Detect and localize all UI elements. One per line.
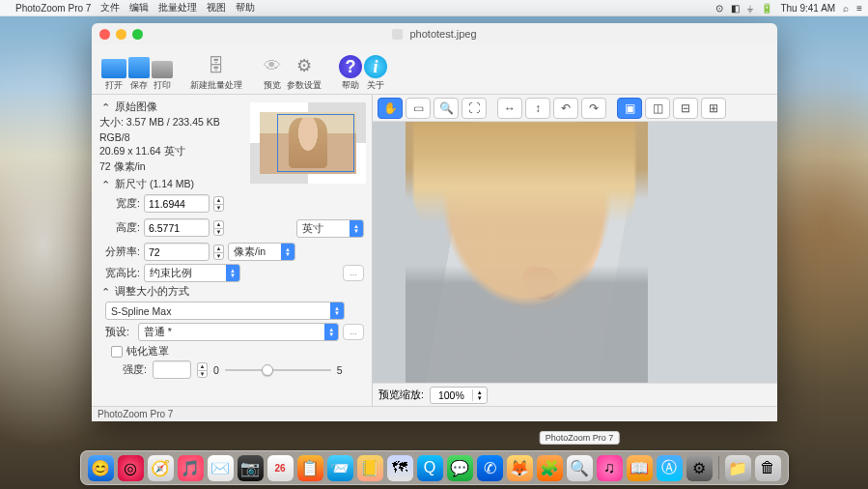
- height-input[interactable]: [144, 218, 210, 237]
- status-icon[interactable]: ◧: [731, 3, 740, 14]
- clock[interactable]: Thu 9:41 AM: [780, 3, 835, 14]
- menu-help[interactable]: 帮助: [236, 1, 255, 14]
- original-image-heading: 原始图像: [115, 101, 157, 114]
- preview-canvas[interactable]: [373, 122, 777, 383]
- dock-app[interactable]: 📋: [297, 455, 323, 481]
- resolution-stepper[interactable]: ▲▼: [213, 244, 224, 260]
- zoom-label: 预览缩放:: [378, 388, 424, 402]
- about-button[interactable]: i 关于: [364, 48, 387, 92]
- flip-vertical[interactable]: ↕: [525, 98, 550, 119]
- batch-icon: 🗄: [204, 53, 229, 78]
- preset-options-button[interactable]: ...: [343, 324, 364, 340]
- dock-photozoom[interactable]: 🔍 PhotoZoom Pro 7: [567, 455, 593, 481]
- settings-button[interactable]: ⚙ 参数设置: [287, 48, 322, 92]
- spotlight-icon[interactable]: ⌕: [843, 3, 849, 14]
- dock-app[interactable]: 📨: [327, 455, 353, 481]
- preview-image: [373, 122, 777, 383]
- layout-split-h[interactable]: ◫: [645, 98, 670, 119]
- dock-app[interactable]: 📒: [357, 455, 383, 481]
- window-titlebar[interactable]: phototest.jpeg: [92, 23, 777, 44]
- navigator-viewport[interactable]: [277, 114, 354, 172]
- zoom-select[interactable]: 100% ▲▼: [430, 387, 488, 404]
- size-unit-select[interactable]: 英寸▲▼: [296, 219, 364, 238]
- window-maximize[interactable]: [132, 29, 143, 40]
- batch-button[interactable]: 🗄 新建批量处理: [190, 48, 242, 92]
- rotate-cw[interactable]: ↷: [581, 98, 606, 119]
- resolution-unit-select[interactable]: 像素/in▲▼: [228, 243, 295, 261]
- disclosure-resize[interactable]: ⌃: [99, 286, 111, 298]
- open-button[interactable]: 打开: [101, 48, 126, 92]
- dock-separator: [718, 456, 719, 479]
- status-icon[interactable]: ⊙: [715, 3, 723, 14]
- layout-split-v[interactable]: ⊟: [673, 98, 698, 119]
- disclosure-new-size[interactable]: ⌃: [99, 179, 111, 190]
- window-close[interactable]: [99, 29, 110, 40]
- flip-horizontal[interactable]: ↔: [497, 98, 522, 119]
- thumbnail-navigator[interactable]: [250, 102, 366, 184]
- strength-input[interactable]: [153, 360, 191, 379]
- window-title: phototest.jpeg: [92, 28, 777, 41]
- dock-finder[interactable]: 😊: [88, 455, 114, 481]
- layout-grid[interactable]: ⊞: [701, 98, 726, 119]
- height-stepper[interactable]: ▲▼: [213, 220, 224, 236]
- disclosure-original[interactable]: ⌃: [99, 101, 111, 113]
- app-window: phototest.jpeg 打开 保存 打印 🗄 新建批量处理: [92, 23, 777, 421]
- dock-app[interactable]: Q: [417, 455, 443, 481]
- crop-tool[interactable]: ⛶: [462, 98, 487, 119]
- folder-open-icon: [101, 59, 126, 78]
- resolution-label: 分辨率:: [99, 245, 140, 259]
- aspect-ratio-select[interactable]: 约束比例▲▼: [144, 264, 240, 282]
- print-button[interactable]: 打印: [152, 48, 173, 92]
- dock-app[interactable]: 🎵: [178, 455, 204, 481]
- macos-dock: 😊 ◎ 🧭 🎵 ✉️ 📷 26 📋 📨 📒 🗺 Q 💬 ✆ 🦊 🧩 🔍 Phot…: [80, 450, 789, 485]
- unsharp-mask-checkbox[interactable]: [111, 346, 123, 358]
- dock-ibooks[interactable]: 📖: [627, 455, 653, 481]
- resize-method-select[interactable]: S-Spline Max▲▼: [105, 302, 345, 320]
- zoom-tool[interactable]: 🔍: [434, 98, 459, 119]
- dock-safari[interactable]: 🧭: [148, 455, 174, 481]
- dock-app[interactable]: ✆: [477, 455, 503, 481]
- dock-downloads[interactable]: 📁: [725, 455, 751, 481]
- unsharp-mask-label: 钝化遮罩: [126, 345, 169, 359]
- dock-trash[interactable]: 🗑: [755, 455, 781, 481]
- dock-app[interactable]: ◎: [118, 455, 144, 481]
- layout-single[interactable]: ▣: [617, 98, 642, 119]
- size-options-button[interactable]: ...: [343, 265, 364, 281]
- aspect-ratio-label: 宽高比:: [99, 267, 140, 280]
- help-button[interactable]: ? 帮助: [339, 48, 362, 92]
- window-minimize[interactable]: [116, 29, 126, 40]
- dock-app[interactable]: 🧩: [537, 455, 563, 481]
- width-stepper[interactable]: ▲▼: [213, 196, 224, 212]
- dock-sysprefs[interactable]: ⚙: [686, 455, 713, 481]
- dock-itunes[interactable]: ♫: [597, 455, 623, 481]
- dock-tooltip: PhotoZoom Pro 7: [540, 431, 620, 445]
- wifi-icon[interactable]: ⏚: [747, 3, 753, 14]
- info-icon: i: [364, 55, 387, 78]
- menu-edit[interactable]: 编辑: [129, 1, 149, 14]
- hand-tool[interactable]: ✋: [378, 98, 403, 119]
- menu-file[interactable]: 文件: [100, 1, 120, 14]
- menu-batch[interactable]: 批量处理: [158, 1, 197, 14]
- marquee-tool[interactable]: ▭: [406, 98, 431, 119]
- strength-slider[interactable]: [225, 363, 331, 377]
- dock-app[interactable]: ✉️: [208, 455, 234, 481]
- dock-app[interactable]: 📷: [238, 455, 264, 481]
- rotate-ccw[interactable]: ↶: [553, 98, 578, 119]
- dock-appstore[interactable]: Ⓐ: [657, 455, 683, 481]
- dock-wechat[interactable]: 💬: [447, 455, 473, 481]
- battery-icon[interactable]: 🔋: [761, 3, 772, 14]
- menu-view[interactable]: 视图: [207, 1, 226, 14]
- resize-method-heading: 调整大小的方式: [115, 285, 189, 299]
- dock-app[interactable]: 🗺: [387, 455, 413, 481]
- dock-calendar[interactable]: 26: [267, 455, 294, 481]
- save-button[interactable]: 保存: [128, 48, 150, 92]
- strength-stepper[interactable]: ▲▼: [197, 362, 208, 378]
- width-input[interactable]: [144, 194, 210, 213]
- preset-select[interactable]: 普通 *▲▼: [138, 323, 339, 341]
- app-name-menu[interactable]: PhotoZoom Pro 7: [15, 3, 91, 14]
- macos-menubar: PhotoZoom Pro 7 文件 编辑 批量处理 视图 帮助 ⊙ ◧ ⏚ 🔋…: [0, 0, 868, 16]
- resolution-input[interactable]: [144, 243, 210, 261]
- siri-icon[interactable]: ≡: [856, 3, 862, 14]
- preview-button[interactable]: 👁 预览: [260, 48, 285, 92]
- dock-app[interactable]: 🦊: [507, 455, 533, 481]
